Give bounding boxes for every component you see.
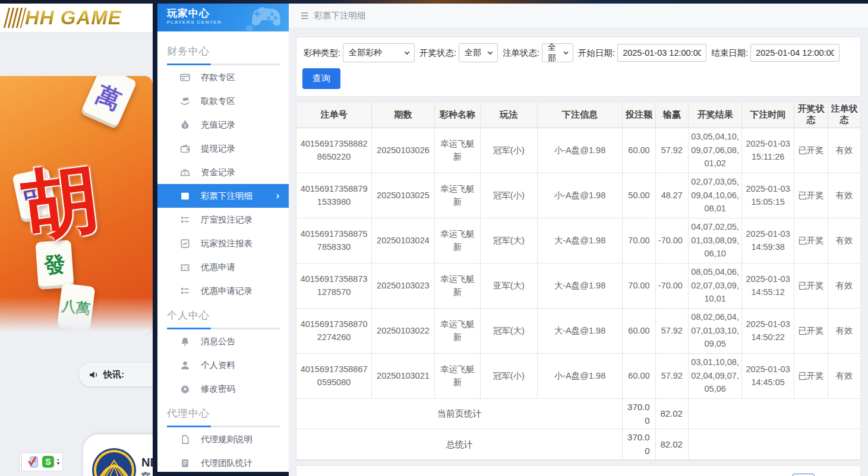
bet-table-panel: 注单号期数彩种名称玩法下注信息投注额输赢开奖结果下注时间开奖状态注单状态 401… bbox=[296, 101, 861, 461]
sidebar-item-recharge-record[interactable]: 充值记录 bbox=[157, 113, 289, 137]
cell-bet-info: 大-A盘@1.98 bbox=[537, 218, 623, 263]
filter-label: 彩种类型: bbox=[304, 47, 340, 59]
sidebar-item-user[interactable]: 个人资料 bbox=[157, 353, 289, 377]
sidebar-item-deposit[interactable]: 存款专区 bbox=[157, 65, 289, 89]
user-icon bbox=[180, 360, 190, 370]
end-date-input[interactable] bbox=[750, 44, 839, 62]
news-ticker: 快讯: bbox=[79, 363, 153, 386]
sidebar-item-gear[interactable]: 修改密码 bbox=[157, 377, 289, 401]
logo-bar: HH GAME bbox=[0, 4, 153, 33]
cell-draw-result: 08,02,06,04,07,01,03,10,09,05 bbox=[688, 308, 741, 353]
table-header-row: 注单号期数彩种名称玩法下注信息投注额输赢开奖结果下注时间开奖状态注单状态 bbox=[296, 102, 860, 128]
cell-order-status: 有效 bbox=[828, 353, 860, 398]
sidebar-item-withdraw[interactable]: 取款专区 bbox=[157, 89, 289, 113]
drag-handle-icon[interactable] bbox=[21, 454, 24, 469]
sidebar-item-promo-apply[interactable]: 优惠申请 bbox=[157, 255, 289, 279]
sidebar-item-team-stat[interactable]: 代理团队统计 bbox=[157, 451, 289, 472]
sidebar-item-label: 玩家投注报表 bbox=[201, 238, 252, 249]
floating-toolbar[interactable]: S ▪▾ bbox=[19, 452, 63, 471]
table-row: 40156917358867059508020250103021幸运飞艇新冠军(… bbox=[296, 353, 860, 398]
cell-bet-id: 401569173588670595080 bbox=[296, 353, 372, 398]
hall-record-icon bbox=[180, 215, 190, 225]
cell-win-loss: -70.00 bbox=[655, 263, 688, 308]
banner-big-char: 胡 bbox=[17, 148, 105, 259]
filter-label: 开奖状态: bbox=[419, 47, 456, 59]
cell-draw-status: 已开奖 bbox=[794, 128, 828, 173]
sidebar-item-bell[interactable]: 消息公告 bbox=[157, 329, 289, 353]
summary-label: 总统计 bbox=[296, 429, 623, 460]
order-status-select[interactable]: 全部 bbox=[542, 43, 573, 62]
cell-win-loss: 57.92 bbox=[655, 353, 688, 398]
cell-draw-result: 03,01,10,08,02,04,09,07,05,06 bbox=[688, 353, 741, 398]
sidebar-item-player-report[interactable]: 玩家投注报表 bbox=[157, 231, 289, 255]
cell-bet-amount: 50.00 bbox=[623, 173, 655, 218]
s-badge-icon[interactable]: S bbox=[42, 456, 54, 468]
filter-panel: 彩种类型:全部彩种开奖状态:全部注单状态:全部开始日期:结束日期: 查询 bbox=[296, 37, 861, 97]
sidebar-section-underline bbox=[167, 328, 280, 329]
filter-label: 开始日期: bbox=[578, 47, 615, 59]
cell-lottery-name: 幸运飞艇新 bbox=[434, 263, 480, 308]
cell-bet-amount: 70.00 bbox=[623, 263, 655, 308]
column-header-order-status: 注单状态 bbox=[828, 102, 860, 128]
cell-bet-id: 401569173588757858330 bbox=[296, 218, 372, 263]
sidebar-item-funds-record[interactable]: 资金记录 bbox=[157, 160, 289, 184]
cell-play: 冠军(小) bbox=[481, 128, 538, 173]
sidebar-section: 代理中心 bbox=[157, 404, 289, 427]
cell-bet-id: 401569173588731278570 bbox=[296, 263, 372, 308]
column-header-period: 期数 bbox=[372, 102, 435, 128]
cell-period: 20250103023 bbox=[372, 263, 435, 308]
page-jump-input[interactable] bbox=[793, 474, 815, 476]
lottery-type-select[interactable]: 全部彩种 bbox=[343, 43, 415, 62]
promo-record-icon bbox=[180, 286, 190, 296]
sidebar-item-label: 修改密码 bbox=[201, 383, 235, 395]
cell-bet-info: 小-A盘@1.98 bbox=[537, 173, 623, 218]
nba-card[interactable]: NE 官 bbox=[83, 434, 153, 476]
promo-apply-icon bbox=[180, 262, 190, 272]
sidebar-item-withdraw-record[interactable]: 提现记录 bbox=[157, 137, 289, 160]
cell-draw-result: 04,07,02,05,01,03,08,09,06,10 bbox=[688, 218, 741, 263]
gear-icon bbox=[180, 384, 190, 394]
search-button[interactable]: 查询 bbox=[302, 68, 340, 89]
funds-record-icon bbox=[180, 167, 190, 177]
cell-draw-status: 已开奖 bbox=[794, 353, 828, 398]
chevron-right-icon: › bbox=[276, 191, 279, 201]
sidebar-item-label: 充值记录 bbox=[201, 119, 235, 131]
cell-period: 20250103024 bbox=[372, 218, 435, 263]
column-header-draw-result: 开奖结果 bbox=[688, 102, 741, 128]
mahjong-banner: 萬中發八萬 胡 bbox=[0, 76, 153, 335]
cell-order-status: 有效 bbox=[828, 308, 860, 353]
hamburger-icon[interactable]: ☰ bbox=[301, 11, 308, 21]
draw-status-select[interactable]: 全部 bbox=[459, 43, 498, 62]
cell-bet-info: 小-A盘@1.98 bbox=[537, 128, 623, 173]
sidebar-item-promo-record[interactable]: 优惠申请记录 bbox=[157, 279, 289, 303]
cell-bet-info: 大-A盘@1.98 bbox=[537, 308, 623, 353]
sidebar-item-label: 优惠申请 bbox=[201, 262, 235, 273]
cell-lottery-name: 幸运飞艇新 bbox=[434, 128, 480, 173]
sidebar-item-lottery-detail[interactable]: 彩票下注明细› bbox=[157, 184, 289, 208]
cell-play: 冠军(小) bbox=[481, 353, 538, 398]
select-value: 全部 bbox=[548, 42, 563, 64]
sidebar-item-doc[interactable]: 代理规则说明 bbox=[157, 427, 289, 451]
chevron-down-icon bbox=[404, 50, 410, 56]
cell-draw-status: 已开奖 bbox=[794, 173, 828, 218]
cell-period: 20250103025 bbox=[372, 173, 435, 218]
collapse-arrows-icon[interactable]: ▪▾ bbox=[57, 458, 59, 465]
cell-play: 冠军(大) bbox=[481, 308, 538, 353]
cell-draw-status: 已开奖 bbox=[794, 263, 828, 308]
table-row: 40156917358875785833020250103024幸运飞艇新冠军(… bbox=[296, 218, 860, 263]
sidebar-item-hall-record[interactable]: 厅室投注记录 bbox=[157, 208, 289, 231]
sidebar-item-label: 存款专区 bbox=[201, 72, 235, 83]
cell-bet-time: 2025-01-03 15:11:26 bbox=[742, 128, 794, 173]
cell-order-status: 有效 bbox=[828, 173, 860, 218]
start-date-input[interactable] bbox=[617, 44, 706, 62]
sidebar-item-label: 优惠申请记录 bbox=[201, 285, 252, 297]
summary-winloss-total: 82.02 bbox=[655, 398, 688, 429]
cell-bet-time: 2025-01-03 14:45:05 bbox=[742, 353, 794, 398]
nba-card-subtitle: 官 bbox=[141, 471, 150, 476]
sidebar-item-label: 提现记录 bbox=[201, 143, 235, 154]
page-title: 彩票下注明细 bbox=[314, 10, 365, 21]
cell-lottery-name: 幸运飞艇新 bbox=[434, 308, 480, 353]
cell-period: 20250103021 bbox=[372, 353, 435, 398]
doc-check-icon[interactable] bbox=[27, 455, 39, 468]
cell-bet-amount: 60.00 bbox=[623, 308, 655, 353]
